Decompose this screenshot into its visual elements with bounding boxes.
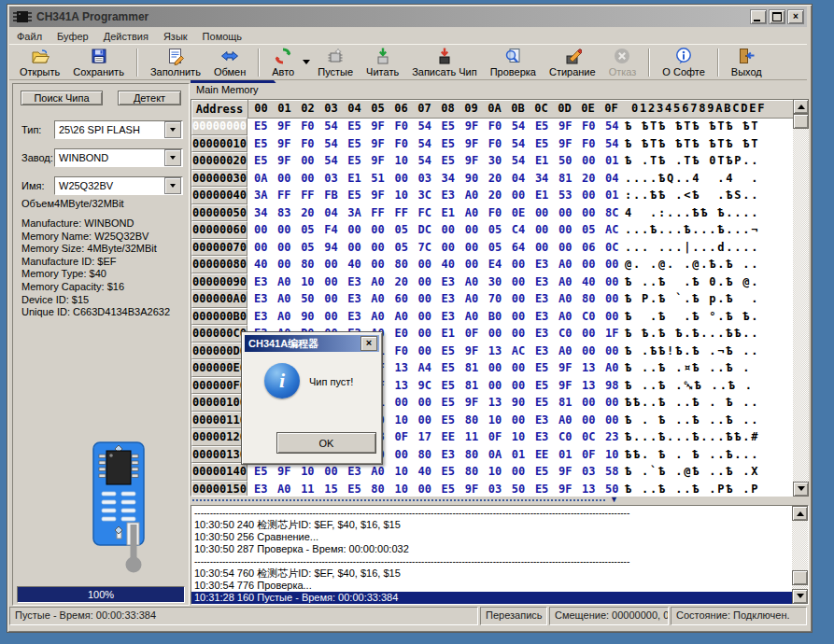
hex-address-cell: 00000130 <box>191 446 247 464</box>
scrollbar-thumb[interactable] <box>792 570 808 585</box>
scrollbar-thumb[interactable] <box>793 114 809 129</box>
fill-button[interactable]: Заполнить <box>144 45 207 80</box>
exchange-button[interactable]: Обмен <box>207 45 252 80</box>
menu-item[interactable]: Файл <box>9 30 49 43</box>
chevron-down-icon[interactable] <box>164 149 181 166</box>
save-button[interactable]: Сохранить <box>66 45 131 80</box>
hex-row[interactable]: 00000010E5 9F F0 54 E5 9F F0 54 E5 9F F0… <box>191 135 792 153</box>
read-chip-icon <box>374 47 392 65</box>
hex-ascii: ѢѢ. Ѣ . Ѣ ..Ѣ... <box>625 446 759 464</box>
exchange-arrows-icon <box>220 47 239 65</box>
name-label: Имя: <box>21 180 44 191</box>
log-splitter[interactable]: ▼ <box>191 497 809 504</box>
search-chip-button[interactable]: Поиск Чипа <box>21 91 103 105</box>
menu-item[interactable]: Язык <box>156 30 195 43</box>
chevron-down-icon[interactable] <box>164 177 181 194</box>
scroll-up-icon[interactable] <box>793 99 809 114</box>
hex-ascii: ...Ѣ...Ѣ...Ѣ...¬ <box>625 221 759 239</box>
chevron-down-icon[interactable] <box>164 121 181 138</box>
scroll-down-icon[interactable] <box>792 589 808 604</box>
hex-address-cell: 000000B0 <box>191 308 247 326</box>
minimize-button[interactable] <box>750 9 767 24</box>
hex-bytes: E3 A0 11 15 E5 80 10 00 E5 9F 03 50 E5 9… <box>247 481 625 497</box>
cancel-button: Отказ <box>602 45 643 80</box>
hex-ascii: @. .@. .@.Ѣ.Ѣ .. <box>625 256 759 273</box>
scroll-down-icon[interactable] <box>793 482 809 497</box>
hex-row[interactable]: 00000150E3 A0 11 15 E5 80 10 00 E5 9F 03… <box>191 481 792 497</box>
scroll-up-icon[interactable] <box>792 506 808 521</box>
log-line[interactable]: 10:30:54 760 检测芯片ID: $EF, $40, $16, $15 <box>191 567 792 580</box>
hex-row[interactable]: 000000A0E3 A0 50 00 E3 A0 60 00 E3 A0 70… <box>191 290 792 308</box>
erase-button[interactable]: Стирание <box>543 45 602 80</box>
hex-address-cell: 00000150 <box>191 481 247 497</box>
hex-address-cell: 000000E0 <box>191 359 247 377</box>
hex-row[interactable]: 000000300A 00 00 03 E1 51 00 03 34 90 20… <box>191 170 792 188</box>
log-scrollbar[interactable] <box>792 506 808 604</box>
auto-button[interactable]: Авто <box>265 45 301 80</box>
exit-button[interactable]: Выход <box>725 45 769 80</box>
hex-address-cell: 00000020 <box>191 152 247 170</box>
open-button[interactable]: Открыть <box>13 45 66 80</box>
hex-row[interactable]: 000000403A FF FF FB E5 9F 10 3C E3 A0 20… <box>191 187 792 204</box>
dialog-ok-button[interactable]: OK <box>276 432 376 454</box>
hex-bytes: E5 9F 00 54 E5 9F 10 54 E5 9F 30 54 E1 5… <box>247 152 625 170</box>
log-line[interactable]: 10:30:54 776 Проверка... <box>191 580 792 592</box>
log-line[interactable]: 10:30:50 256 Сравнение... <box>191 531 792 543</box>
log-line[interactable]: 10:30:50 287 Проверка - Время: 00:00:00:… <box>191 543 792 555</box>
menu-item[interactable]: Действия <box>96 30 156 43</box>
type-select[interactable]: 25\26 SPI FLASH <box>54 120 183 139</box>
read-button[interactable]: Читать <box>360 45 405 80</box>
name-select[interactable]: W25Q32BV <box>54 176 183 195</box>
maximize-button[interactable] <box>769 9 785 24</box>
toolbar-separator <box>648 49 650 77</box>
hex-row[interactable]: 000000B0E3 A0 90 00 E3 A0 A0 00 E3 A0 B0… <box>191 308 792 326</box>
hex-scrollbar[interactable] <box>793 99 809 497</box>
hex-row[interactable]: 00000090E3 A0 10 00 E3 A0 20 00 E3 A0 30… <box>191 273 792 291</box>
write-label: Записать Чип <box>412 66 477 77</box>
log-line[interactable]: 10:30:50 240 检测芯片ID: $EF, $40, $16, $15 <box>191 519 792 531</box>
address-column-header: Address <box>191 100 248 118</box>
log-lines: ----------------------------------------… <box>191 507 792 604</box>
exit-door-icon <box>737 47 756 65</box>
dialog-title: CH341A编程器 <box>248 337 318 351</box>
auto-dropdown-button[interactable] <box>301 47 311 78</box>
verify-button[interactable]: Проверка <box>484 45 543 80</box>
menu-item[interactable]: Буфер <box>49 30 96 43</box>
blank-check-button[interactable]: Пустые <box>311 45 360 80</box>
hex-row[interactable]: 00000000E5 9F F0 54 E5 9F F0 54 E5 9F F0… <box>191 118 792 135</box>
hex-bytes: E3 A0 10 00 E3 A0 20 00 E3 A0 30 00 E3 A… <box>247 273 625 291</box>
byte-column-header: 0D <box>553 100 576 118</box>
close-button[interactable]: × <box>787 9 804 24</box>
splitter-collapse-icon[interactable]: ▼ <box>610 495 618 504</box>
hex-bytes: E3 A0 50 00 E3 A0 60 00 E3 A0 70 00 E3 A… <box>247 290 625 308</box>
byte-column-header: 04 <box>343 100 366 118</box>
log-line[interactable]: ----------------------------------------… <box>191 507 792 519</box>
hex-ascii: Ѣ .Ѣ .Ѣ °.Ѣ Ѣ. <box>625 308 759 326</box>
message-dialog: CH341A编程器 × i Чип пуст! OK <box>241 331 383 465</box>
info-circle-icon: i <box>264 363 300 399</box>
about-button[interactable]: О Софте <box>656 45 712 80</box>
menu-item[interactable]: Помощь <box>195 30 250 43</box>
log-line[interactable]: 10:31:28 160 Пустые - Время: 00:00:33:38… <box>191 592 792 604</box>
hex-row[interactable]: 0000006000 00 05 F4 00 00 05 DC 00 00 05… <box>191 221 792 239</box>
hex-ascii: Ѣ...Ѣ...Ѣ...ѢѢ.# <box>625 428 759 446</box>
tab-main-memory[interactable]: Main Memory <box>191 80 290 99</box>
hex-row[interactable]: 0000008040 00 80 00 40 00 80 00 40 00 E4… <box>191 256 792 273</box>
hex-row[interactable]: 00000020E5 9F 00 54 E5 9F 10 54 E5 9F 30… <box>191 152 792 170</box>
volume-text: Объем4MByte/32MBit <box>21 198 124 209</box>
verify-magnifier-icon <box>503 47 522 65</box>
hex-row[interactable]: 0000005034 83 20 04 3A FF FF FC E1 A0 F0… <box>191 204 792 222</box>
desktop: { "titlebar": { "title": "CH341A Program… <box>0 0 834 644</box>
hex-address-cell: 00000050 <box>191 204 247 222</box>
progress-bar: 100% <box>17 586 185 603</box>
hex-row[interactable]: 0000007000 00 05 94 00 00 05 7C 00 00 05… <box>191 239 792 257</box>
log-line[interactable]: ----------------------------------------… <box>191 555 792 567</box>
hex-ascii: ѢѢ..Ѣ ..Ѣ . Ѣ .. <box>625 394 759 412</box>
dialog-close-button[interactable]: × <box>360 336 377 351</box>
hex-row[interactable]: 00000140E5 9F 10 00 E3 A0 10 40 E5 80 10… <box>191 463 792 481</box>
byte-column-header: 00 <box>249 100 273 118</box>
detect-button[interactable]: Детект <box>118 91 181 105</box>
vendor-select[interactable]: WINBOND <box>54 148 183 167</box>
write-chip-button[interactable]: Записать Чип <box>405 45 484 80</box>
hex-ascii: :..ѢѢ .<Ѣ .ѢS.. <box>625 187 759 204</box>
